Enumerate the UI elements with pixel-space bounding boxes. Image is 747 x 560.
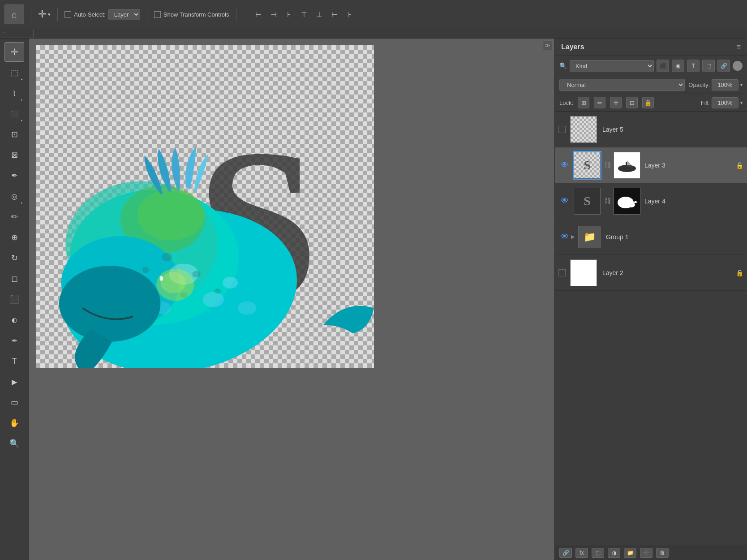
trash-icon: 🗑	[660, 550, 665, 556]
search-icon: 🔍	[559, 62, 567, 69]
lock-image-pixels-button[interactable]: ✏	[594, 97, 605, 108]
filter-toggle-circle[interactable]	[733, 61, 743, 71]
lock-position-button[interactable]: ✛	[610, 97, 622, 108]
new-layer-button[interactable]: ➕	[640, 548, 653, 558]
align-bottom-edges-icon[interactable]: ⊢	[328, 8, 341, 21]
history-brush-icon: ↻	[11, 253, 18, 263]
lock-all-button[interactable]: 🔒	[642, 97, 654, 108]
show-transform-checkbox[interactable]	[154, 11, 161, 18]
opacity-group: Opacity: 100% ▾	[688, 79, 743, 90]
layer3-visibility[interactable]: 👁	[558, 160, 571, 170]
layer4-name: Layer 4	[644, 198, 743, 205]
frame-tool-button[interactable]: ⊠	[4, 145, 24, 165]
layer4-visibility[interactable]: 👁	[558, 196, 571, 206]
lock-transparent-pixels-button[interactable]: ⊞	[578, 97, 589, 108]
new-layer-icon: ➕	[643, 550, 650, 556]
layer3-mask-svg	[616, 154, 638, 177]
create-group-button[interactable]: 📁	[624, 548, 636, 558]
align-icons-group: ⊢ ⊣ ⊦ ⊤ ⊥ ⊢ ⊦	[252, 8, 356, 21]
blend-mode-row: Normal Multiply Screen Overlay Opacity: …	[555, 76, 747, 94]
healing-brush-button[interactable]: ◎ ▸	[4, 186, 24, 206]
home-button[interactable]: ⌂	[4, 4, 24, 24]
type-tool-button[interactable]: T	[4, 351, 24, 371]
canvas-area: ≫ S	[29, 39, 554, 560]
left-toolbar: ✛ ⬚ ▸ ⌇ ▸ ⬛ ▸ ⊡ ⊠ ✒ ◎ ▸ ✏ ⊕	[0, 39, 29, 560]
layer4-chain-icon: ⛓	[604, 197, 611, 205]
layer-item-layer3[interactable]: 👁 S ⛓ Layer 3 🔒	[555, 147, 747, 183]
eye-icon: 👁	[561, 232, 569, 241]
fill-chevron-icon[interactable]: ▾	[740, 100, 743, 105]
align-left-edges-icon[interactable]: ⊢	[252, 8, 265, 21]
layers-panel: Layers ≡ 🔍 Kind ⬛ ◉ T ⬚	[554, 39, 747, 560]
eyedropper-button[interactable]: ✒	[4, 166, 24, 185]
lasso-tool-button[interactable]: ⌇ ▸	[4, 83, 24, 103]
align-horizontal-centers-icon[interactable]: ⊥	[313, 8, 326, 21]
path-selection-button[interactable]: ▶	[4, 372, 24, 392]
add-adjustment-layer-button[interactable]: ◑	[608, 548, 620, 558]
adjustment-layer-filter[interactable]: ◉	[672, 60, 684, 72]
layer-item-group1[interactable]: 👁 ▶ 📁 Group 1	[555, 219, 747, 255]
rectangular-marquee-icon: ⬚	[11, 68, 18, 78]
canvas-document[interactable]: S	[36, 45, 374, 368]
pen-tool-button[interactable]: ✒	[4, 331, 24, 350]
svg-point-5	[137, 190, 205, 240]
hand-tool-button[interactable]: ✋	[4, 413, 24, 433]
eraser-icon: ◻	[11, 274, 18, 284]
align-right-edges-icon[interactable]: ⊦	[283, 8, 295, 21]
shape-icon: ▭	[11, 397, 18, 407]
auto-select-checkbox[interactable]	[64, 11, 71, 18]
dodge-icon: ◐	[12, 316, 17, 323]
opacity-value[interactable]: 100%	[712, 79, 738, 90]
layers-menu-icon[interactable]: ≡	[737, 43, 741, 51]
lock-label: Lock:	[559, 99, 573, 106]
add-mask-button[interactable]: ⬚	[592, 548, 604, 558]
link-layers-button[interactable]: 🔗	[559, 548, 572, 558]
mask-icon: ⬚	[596, 550, 601, 556]
layer-item-layer5[interactable]: Layer 5	[555, 112, 747, 147]
crop-tool-button[interactable]: ⊡	[4, 125, 24, 144]
move-tool-button[interactable]: ✛	[4, 42, 24, 62]
history-brush-button[interactable]: ↻	[4, 248, 24, 268]
shape-tool-button[interactable]: ▭	[4, 392, 24, 412]
layer4-s-icon: S	[584, 194, 591, 208]
layer2-visibility-checkbox[interactable]	[558, 269, 566, 276]
smart-object-filter[interactable]: 🔗	[717, 60, 730, 72]
layer-item-layer2[interactable]: Layer 2 🔒	[555, 255, 747, 291]
gradient-icon: ⬛	[9, 294, 19, 304]
horizontal-ruler: 0 200 400 600 800 1000 1200 1400 1600 18…	[34, 29, 747, 38]
distribute-icon[interactable]: ⊦	[343, 8, 356, 21]
blend-mode-select[interactable]: Normal Multiply Screen Overlay	[559, 79, 685, 91]
gradient-tool-button[interactable]: ⬛	[4, 289, 24, 309]
align-top-edges-icon[interactable]: ⊤	[298, 8, 310, 21]
svg-point-13	[192, 271, 201, 277]
pixel-layer-filter[interactable]: ⬛	[657, 60, 669, 72]
brush-tool-button[interactable]: ✏	[4, 207, 24, 227]
add-layer-style-button[interactable]: fx	[575, 548, 588, 558]
toolbar-separator-1	[31, 8, 31, 21]
quick-selection-button[interactable]: ⬛ ▸	[4, 104, 24, 124]
lock-artboard-button[interactable]: ⊡	[626, 97, 638, 108]
move-dropdown-arrow[interactable]: ▾	[48, 12, 51, 17]
fill-value[interactable]: 100%	[712, 97, 738, 108]
eraser-button[interactable]: ◻	[4, 269, 24, 289]
layer-select[interactable]: Layer	[108, 9, 140, 20]
svg-point-8	[203, 292, 224, 307]
dodge-tool-button[interactable]: ◐	[4, 310, 24, 330]
rectangular-marquee-button[interactable]: ⬚ ▸	[4, 63, 24, 82]
stamp-tool-button[interactable]: ⊕	[4, 228, 24, 247]
kind-filter-select[interactable]: Kind	[570, 60, 654, 72]
align-vertical-centers-icon[interactable]: ⊣	[267, 8, 280, 21]
style-icon: fx	[580, 550, 584, 556]
layer5-visibility-checkbox[interactable]	[558, 126, 566, 133]
delete-layer-button[interactable]: 🗑	[656, 548, 669, 558]
shape-layer-filter[interactable]: ⬚	[702, 60, 715, 72]
zoom-icon: 🔍	[9, 439, 19, 448]
group1-visibility[interactable]: 👁	[558, 232, 571, 241]
collapse-panels-button[interactable]: ≫	[543, 40, 553, 50]
type-layer-filter[interactable]: T	[687, 60, 700, 72]
layer-item-layer4[interactable]: 👁 S ⛓ Layer 4	[555, 183, 747, 219]
svg-point-27	[628, 202, 635, 207]
zoom-tool-button[interactable]: 🔍	[4, 434, 24, 453]
opacity-chevron-icon[interactable]: ▾	[740, 82, 743, 87]
group1-expand-icon[interactable]: ▶	[571, 234, 575, 240]
